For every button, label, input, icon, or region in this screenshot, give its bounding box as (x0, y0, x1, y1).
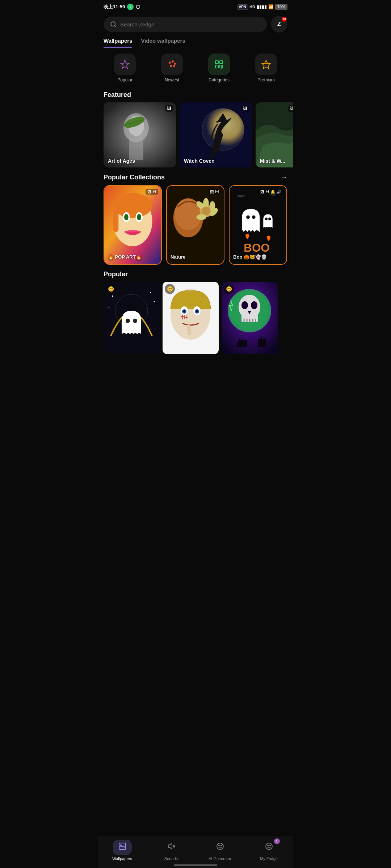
vpn-badge: VPN (237, 4, 248, 10)
skull-house-ai-icon: 😊 (224, 284, 234, 294)
collections-scroll[interactable]: 🖼 🎞 🔥 POP ART🔥 🖼 🎞 Nature (98, 185, 293, 265)
svg-rect-15 (129, 139, 143, 160)
popular-card-skull-house[interactable]: 😊 (222, 282, 278, 354)
credits-count: 10 (282, 17, 287, 22)
art-of-ages-type-icon: 🖼 (165, 105, 173, 112)
svg-point-82 (241, 301, 248, 309)
svg-point-59 (133, 319, 137, 323)
status-left: 晚上11:59 ↓ ⬡ (104, 4, 140, 10)
status-bar: 晚上11:59 ↓ ⬡ VPN HD ▮▮▮▮ 📶 70% (98, 0, 293, 12)
category-categories[interactable]: Categories (208, 54, 230, 82)
collection-pop-art[interactable]: 🖼 🎞 🔥 POP ART🔥 (104, 185, 162, 265)
svg-point-6 (170, 65, 172, 67)
svg-point-3 (169, 61, 171, 64)
search-container: Z 10 (98, 12, 293, 36)
boo-label: Boo 🎃🐱👻💀 (233, 254, 267, 260)
download-icon: ↓ (127, 4, 134, 10)
svg-point-75 (196, 310, 198, 312)
content-tabs: Wallpapers Video wallpapers (98, 38, 293, 48)
featured-card-witch-coven[interactable]: 🖼 Witch Coven (180, 102, 252, 167)
pop-art-media-icons: 🖼 🎞 (146, 189, 158, 195)
chucky-ai-icon: 😊 (165, 284, 175, 294)
svg-point-62 (154, 301, 155, 302)
categories-icon-wrap (208, 54, 230, 75)
popular-title: Popular (104, 271, 128, 278)
svg-point-60 (112, 295, 113, 297)
featured-scroll[interactable]: 🖼 Art of Ages 🖼 Witch Co (98, 102, 293, 167)
collection-nature[interactable]: 🖼 🎞 Nature (166, 185, 224, 265)
svg-point-48 (268, 217, 271, 220)
svg-point-43 (202, 207, 210, 215)
popular-label: Popular (117, 77, 132, 82)
signal-icon: ⬡ (136, 4, 140, 10)
category-premium[interactable]: Premium (255, 54, 277, 82)
popular-section-header: Popular (98, 265, 293, 282)
signal-bars: ▮▮▮▮ (257, 4, 267, 9)
hd-badge: HD (249, 5, 255, 9)
svg-rect-29 (113, 204, 119, 232)
category-popular[interactable]: Popular (114, 54, 136, 82)
featured-title: Featured (104, 91, 131, 99)
svg-rect-92 (258, 339, 266, 347)
tab-video-wallpapers[interactable]: Video wallpapers (141, 38, 185, 48)
premium-icon-wrap (255, 54, 277, 75)
featured-card-mist-wild[interactable]: 🖼 Mist & W... (256, 102, 293, 167)
witch-coven-type-icon: 🖼 (241, 105, 249, 112)
witch-coven-label: Witch Coven (184, 158, 215, 164)
category-newest[interactable]: Newest (161, 54, 183, 82)
featured-card-art-of-ages[interactable]: 🖼 Art of Ages (104, 102, 176, 167)
featured-section-header: Featured (98, 85, 293, 102)
svg-rect-50 (292, 186, 293, 264)
svg-point-46 (252, 215, 256, 219)
popular-icon-wrap (114, 54, 136, 75)
z-letter: Z (277, 21, 281, 27)
svg-point-4 (172, 60, 174, 63)
popular-card-ghost-moon[interactable]: 😊 (104, 282, 160, 354)
svg-point-5 (174, 63, 176, 65)
svg-rect-10 (215, 65, 218, 68)
svg-point-40 (197, 214, 206, 220)
svg-point-61 (150, 292, 151, 293)
ghost-moon-ai-icon: 😊 (106, 284, 116, 294)
svg-point-58 (126, 319, 130, 323)
battery: 70% (275, 4, 287, 10)
svg-point-0 (111, 22, 115, 26)
search-bar[interactable] (104, 17, 267, 32)
wifi-icon: 📶 (268, 4, 274, 9)
svg-point-45 (246, 215, 250, 219)
svg-point-74 (183, 310, 185, 312)
svg-rect-8 (215, 61, 218, 64)
svg-point-28 (113, 193, 152, 218)
mist-wild-label: Mist & W... (260, 158, 285, 164)
categories-row: Popular Newest Categories (98, 48, 293, 85)
collections-arrow-button[interactable]: → (280, 173, 287, 182)
svg-line-1 (114, 25, 115, 26)
pop-art-label: 🔥 POP ART🔥 (108, 254, 142, 260)
svg-point-83 (251, 301, 257, 309)
search-input[interactable] (120, 21, 261, 27)
search-icon (110, 21, 117, 27)
svg-rect-9 (220, 61, 223, 64)
svg-rect-90 (240, 340, 247, 347)
collection-happy[interactable]: 🖼 Happy... (291, 185, 293, 265)
art-of-ages-label: Art of Ages (108, 158, 135, 164)
nature-label: Nature (171, 254, 185, 260)
collections-section-header: Popular Collections → (98, 167, 293, 185)
collections-title: Popular Collections (104, 174, 165, 181)
mist-wild-type-icon: 🖼 (288, 105, 293, 112)
z-credits-badge[interactable]: Z 10 (271, 16, 287, 33)
tab-wallpapers[interactable]: Wallpapers (104, 38, 132, 48)
newest-icon-wrap (161, 54, 183, 75)
svg-point-32 (124, 214, 129, 221)
popular-grid[interactable]: 😊 😊 (98, 282, 293, 354)
premium-label: Premium (257, 77, 275, 82)
svg-point-7 (173, 65, 175, 67)
svg-point-42 (210, 201, 215, 211)
popular-card-chucky[interactable]: 😊 (163, 282, 219, 354)
svg-point-33 (137, 214, 141, 221)
status-right: VPN HD ▮▮▮▮ 📶 70% (237, 4, 287, 10)
time: 晚上11:59 (104, 4, 125, 10)
svg-point-47 (265, 217, 268, 220)
collection-boo[interactable]: BOO 🖼 🎞 🔔 🔊 Boo 🎃🐱👻💀 (229, 185, 287, 265)
nature-media-icons: 🖼 🎞 (208, 189, 221, 195)
